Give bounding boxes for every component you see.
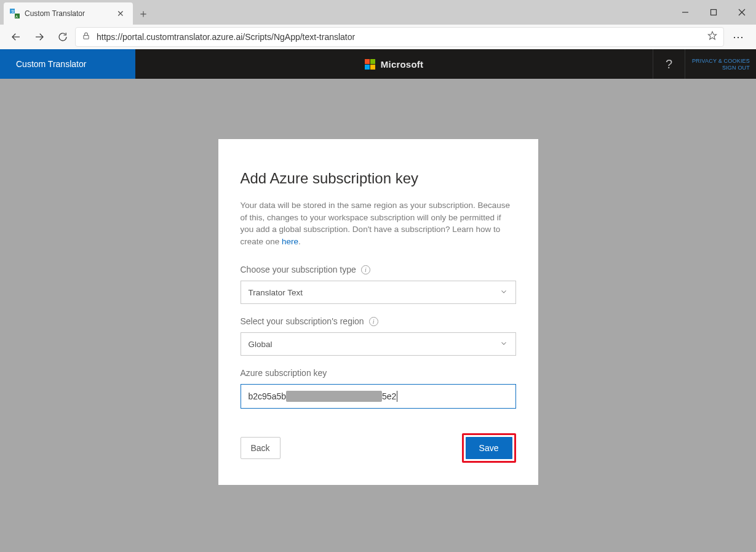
chevron-down-icon [499,339,508,350]
subscription-key-label: Azure subscription key [241,368,516,378]
favicon-translator-icon: 文A [10,9,20,18]
add-subscription-key-dialog: Add Azure subscription key Your data wil… [218,139,538,485]
header-right-links: PRIVACY & COOKIES SIGN OUT [685,49,756,79]
microsoft-logo-text: Microsoft [381,59,423,70]
nav-forward-button[interactable] [28,26,50,48]
subscription-key-label-text: Azure subscription key [241,368,327,378]
text-caret [397,391,397,402]
app-brand-label: Custom Translator [16,59,86,69]
info-icon[interactable]: i [369,317,378,326]
create-subscription-link[interactable]: here [282,237,298,246]
lock-icon [82,31,90,42]
region-label: Select your subscription's region i [241,316,516,326]
key-value-masked [286,391,382,402]
save-button-highlight: Save [462,433,516,463]
subscription-type-select[interactable]: Translator Text [241,281,516,304]
browser-toolbar: https://portal.customtranslator.azure.ai… [0,25,756,49]
window-maximize-button[interactable] [699,0,728,25]
subscription-type-label: Choose your subscription type i [241,265,516,274]
tab-close-icon[interactable]: ✕ [114,9,127,18]
svg-rect-10 [84,35,89,39]
help-icon: ? [666,57,672,71]
app-header-center: Microsoft [135,49,653,79]
signout-link[interactable]: SIGN OUT [722,65,750,71]
subscription-type-value: Translator Text [249,288,303,297]
window-close-button[interactable] [728,0,756,25]
nav-back-button[interactable] [5,26,27,48]
region-label-text: Select your subscription's region [241,316,364,326]
key-value-left: b2c95a5b [249,391,287,401]
browser-more-button[interactable]: ⋯ [725,26,751,48]
window-minimize-button[interactable] [671,0,699,25]
browser-tabstrip: 文A Custom Translator ✕ ＋ [0,0,756,25]
back-button[interactable]: Back [241,437,281,459]
plus-icon: ＋ [138,6,149,21]
page-content: Add Azure subscription key Your data wil… [0,79,756,552]
dialog-title: Add Azure subscription key [241,170,516,187]
info-icon[interactable]: i [361,265,370,274]
help-button[interactable]: ? [653,49,685,79]
dialog-description-text: Your data will be stored in the same reg… [241,201,511,246]
dialog-description: Your data will be stored in the same reg… [241,199,516,247]
chevron-down-icon [499,287,508,298]
subscription-key-input[interactable]: b2c95a5b 5e2 [241,384,516,409]
app-brand[interactable]: Custom Translator [0,49,135,79]
svg-marker-11 [708,31,716,39]
svg-text:文: 文 [11,9,15,14]
app-header: Custom Translator Microsoft ? PRIVACY & … [0,49,756,79]
address-bar[interactable]: https://portal.customtranslator.azure.ai… [75,27,724,47]
key-value-right: 5e2 [382,391,396,401]
favorite-star-icon[interactable] [707,31,717,43]
microsoft-logo-icon [365,58,376,70]
window-controls [671,0,756,25]
region-value: Global [249,340,273,349]
nav-refresh-button[interactable] [52,26,74,48]
region-select[interactable]: Global [241,332,516,356]
subscription-type-label-text: Choose your subscription type [241,265,356,274]
tab-title: Custom Translator [25,9,114,18]
browser-tab[interactable]: 文A Custom Translator ✕ [4,2,133,25]
save-button[interactable]: Save [466,437,512,459]
svg-text:A: A [15,15,18,18]
new-tab-button[interactable]: ＋ [133,2,154,25]
privacy-link[interactable]: PRIVACY & COOKIES [692,58,750,64]
svg-rect-5 [711,10,717,15]
dialog-buttons: Back Save [241,433,516,463]
dialog-description-suffix: . [298,237,301,246]
address-bar-url: https://portal.customtranslator.azure.ai… [97,32,701,42]
